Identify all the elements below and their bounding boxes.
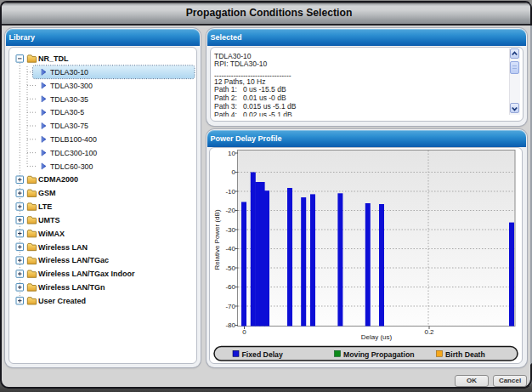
svg-text:0: 0 xyxy=(232,168,236,176)
svg-text:-40: -40 xyxy=(225,245,235,253)
svg-text:Wireless LAN/TGn: Wireless LAN/TGn xyxy=(38,283,105,292)
svg-text:10: 10 xyxy=(228,150,235,157)
svg-text:Wireless LAN/TGax Indoor: Wireless LAN/TGax Indoor xyxy=(38,270,135,278)
svg-text:TDLC60-300: TDLC60-300 xyxy=(50,162,93,171)
svg-text:-80: -80 xyxy=(225,321,235,329)
svg-text:TDLB100-400: TDLB100-400 xyxy=(50,135,97,144)
svg-text:GSM: GSM xyxy=(38,189,56,197)
svg-text:Relative Power (dB): Relative Power (dB) xyxy=(213,209,221,270)
svg-text:WiMAX: WiMAX xyxy=(38,230,65,238)
svg-text:Moving Propagation: Moving Propagation xyxy=(343,350,415,359)
svg-text:TDLA30-5: TDLA30-5 xyxy=(50,108,84,116)
svg-text:NR_TDL: NR_TDL xyxy=(38,54,69,63)
svg-text:User Created: User Created xyxy=(38,297,86,305)
svg-text:TDLA30-300: TDLA30-300 xyxy=(50,82,93,90)
svg-text:-10: -10 xyxy=(225,188,235,196)
svg-text:Birth Death: Birth Death xyxy=(445,350,485,359)
svg-text:-70: -70 xyxy=(225,303,235,310)
svg-text:0.2: 0.2 xyxy=(424,328,434,336)
svg-text:-50: -50 xyxy=(225,264,235,272)
svg-text:Delay (us): Delay (us) xyxy=(361,333,393,341)
svg-text:-60: -60 xyxy=(225,283,235,291)
svg-text:TDLC300-100: TDLC300-100 xyxy=(50,149,97,157)
svg-text:TDLA30-75: TDLA30-75 xyxy=(50,122,88,130)
svg-text:0: 0 xyxy=(242,328,246,336)
svg-text:Wireless LAN: Wireless LAN xyxy=(38,243,88,252)
svg-text:UMTS: UMTS xyxy=(38,216,60,224)
svg-text:TDLA30-35: TDLA30-35 xyxy=(50,95,88,104)
svg-text:TDLA30-10: TDLA30-10 xyxy=(50,68,88,77)
svg-text:CDMA2000: CDMA2000 xyxy=(38,175,78,184)
svg-text:Wireless LAN/TGac: Wireless LAN/TGac xyxy=(38,256,109,264)
svg-text:-20: -20 xyxy=(225,207,235,214)
svg-text:-30: -30 xyxy=(225,226,235,234)
svg-text:LTE: LTE xyxy=(38,202,52,211)
svg-text:Fixed Delay: Fixed Delay xyxy=(242,350,283,359)
